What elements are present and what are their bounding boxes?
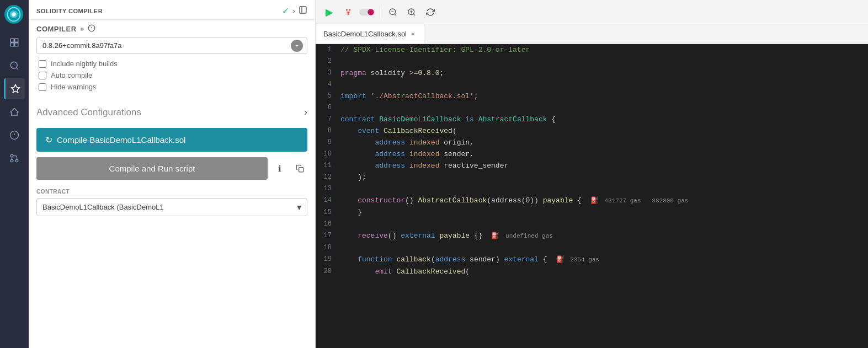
- code-line: 20 emit CallbackReceived(: [316, 266, 868, 277]
- layout-icon[interactable]: [299, 6, 307, 16]
- svg-line-26: [395, 14, 396, 15]
- sidebar-item-search[interactable]: [4, 55, 25, 76]
- sidebar-item-git[interactable]: [4, 148, 25, 169]
- sidebar-item-compiler[interactable]: [4, 78, 25, 99]
- info-run-icon[interactable]: ℹ: [272, 161, 287, 176]
- nightly-builds-checkbox[interactable]: [39, 60, 46, 68]
- compiler-section: COMPILER + 0.8.26+commit.8a97fa7a Includ…: [29, 20, 315, 99]
- debug-button[interactable]: [340, 4, 356, 20]
- svg-rect-22: [349, 9, 350, 10]
- compile-run-row: Compile and Run script ℹ: [36, 157, 307, 180]
- svg-point-1: [12, 12, 16, 17]
- sidebar-item-files[interactable]: [4, 32, 25, 53]
- compiler-panel: SOLIDITY COMPILER ✓ › COMPILER + 0.8.26+…: [29, 0, 316, 348]
- hide-warnings-checkbox[interactable]: [39, 83, 46, 91]
- code-line: 4: [316, 79, 868, 90]
- file-tab[interactable]: BasicDemoL1Callback.sol ×: [316, 24, 424, 44]
- editor-toolbar: ▶: [316, 0, 868, 24]
- compiler-version-select[interactable]: 0.8.26+commit.8a97fa7a: [36, 37, 307, 54]
- auto-compile-label[interactable]: Auto compile: [51, 71, 92, 79]
- panel-header: SOLIDITY COMPILER ✓ ›: [29, 0, 315, 20]
- svg-rect-20: [299, 168, 303, 172]
- tab-bar: BasicDemoL1Callback.sol ×: [316, 24, 868, 44]
- zoom-in-button[interactable]: [403, 4, 420, 20]
- check-icon: ✓: [282, 6, 289, 16]
- header-icons: ✓ ›: [282, 6, 307, 16]
- code-line: 3 pragma solidity >=0.8.0;: [316, 67, 868, 79]
- code-line: 6: [316, 102, 868, 114]
- code-editor[interactable]: 1 // SPDX-License-Identifier: GPL-2.0-or…: [316, 44, 868, 348]
- contract-select-wrapper: BasicDemoL1Callback (BasicDemoL1 ▼: [36, 198, 307, 216]
- svg-point-12: [15, 159, 18, 162]
- code-line: 9 address indexed origin,: [316, 137, 868, 148]
- info-icon[interactable]: [88, 24, 95, 34]
- sidebar-item-deploy[interactable]: [4, 101, 25, 122]
- play-button[interactable]: ▶: [321, 4, 338, 20]
- svg-rect-5: [15, 43, 18, 46]
- nightly-builds-row: Include nightly builds: [36, 60, 307, 68]
- logo[interactable]: [4, 4, 25, 25]
- contract-label: CONTRACT: [36, 189, 307, 195]
- code-line: 12 );: [316, 172, 868, 183]
- code-line: 19 function callback(address sender) ext…: [316, 254, 868, 266]
- auto-compile-row: Auto compile: [36, 71, 307, 79]
- compile-icon: ↻: [45, 135, 52, 145]
- code-line: 15 }: [316, 207, 868, 218]
- code-line: 10 address indexed sender,: [316, 148, 868, 160]
- auto-compile-checkbox[interactable]: [39, 72, 46, 79]
- icon-bar: [0, 0, 29, 348]
- svg-line-7: [16, 67, 18, 69]
- svg-point-13: [10, 154, 13, 157]
- svg-point-24: [368, 9, 374, 15]
- advanced-config-chevron-icon: ›: [304, 106, 307, 118]
- tab-filename: BasicDemoL1Callback.sol: [323, 30, 407, 38]
- expand-icon[interactable]: ›: [292, 7, 295, 15]
- code-line: 18: [316, 242, 868, 254]
- sidebar-item-debug[interactable]: [4, 125, 25, 146]
- panel-title: SOLIDITY COMPILER: [36, 8, 103, 14]
- code-line: 5 import './AbstractCallback.sol';: [316, 90, 868, 102]
- hide-warnings-label[interactable]: Hide warnings: [51, 83, 96, 91]
- svg-rect-21: [346, 9, 348, 10]
- add-icon[interactable]: +: [80, 25, 84, 33]
- hide-warnings-row: Hide warnings: [36, 83, 307, 91]
- toggle-button[interactable]: [359, 4, 375, 20]
- code-line: 17 receive() external payable {}⛽ undefi…: [316, 230, 868, 242]
- code-line: 7 contract BasicDemoL1Callback is Abstra…: [316, 114, 868, 125]
- svg-rect-3: [15, 39, 18, 42]
- tab-close-icon[interactable]: ×: [410, 29, 416, 39]
- code-line: 13: [316, 183, 868, 195]
- svg-line-29: [413, 14, 415, 15]
- copy-run-icon[interactable]: [292, 161, 307, 176]
- nightly-builds-label[interactable]: Include nightly builds: [51, 60, 118, 68]
- code-line: 8 event CallbackReceived(: [316, 125, 868, 137]
- code-line: 11 address indexed reactive_sender: [316, 160, 868, 172]
- svg-rect-4: [10, 43, 14, 46]
- contract-select[interactable]: BasicDemoL1Callback (BasicDemoL1: [36, 198, 307, 216]
- compiler-version-wrapper: 0.8.26+commit.8a97fa7a: [36, 37, 307, 54]
- code-line: 2: [316, 56, 868, 67]
- compile-run-button[interactable]: Compile and Run script: [36, 157, 268, 180]
- refresh-button[interactable]: [422, 4, 439, 20]
- code-line: 1 // SPDX-License-Identifier: GPL-2.0-or…: [316, 44, 868, 56]
- compile-btn-label: Compile BasicDemoL1Callback.sol: [57, 135, 185, 144]
- toolbar-separator: [380, 6, 380, 19]
- svg-point-6: [10, 62, 17, 68]
- contract-section: CONTRACT BasicDemoL1Callback (BasicDemoL…: [29, 186, 315, 218]
- editor-area: ▶ BasicDemoL1Callback.sol × 1 // SPDX-Li…: [316, 0, 868, 348]
- advanced-config-section[interactable]: Advanced Configurations ›: [29, 99, 315, 126]
- code-line: 16: [316, 218, 868, 230]
- svg-marker-8: [11, 85, 19, 93]
- svg-rect-2: [10, 39, 14, 42]
- compile-button[interactable]: ↻ Compile BasicDemoL1Callback.sol: [36, 128, 307, 152]
- code-line: 14 constructor() AbstractCallback(addres…: [316, 195, 868, 207]
- zoom-out-button[interactable]: [385, 4, 401, 20]
- advanced-config-label: Advanced Configurations: [36, 107, 141, 118]
- svg-rect-15: [300, 7, 306, 13]
- svg-point-14: [10, 159, 13, 162]
- compiler-label: COMPILER +: [36, 24, 307, 34]
